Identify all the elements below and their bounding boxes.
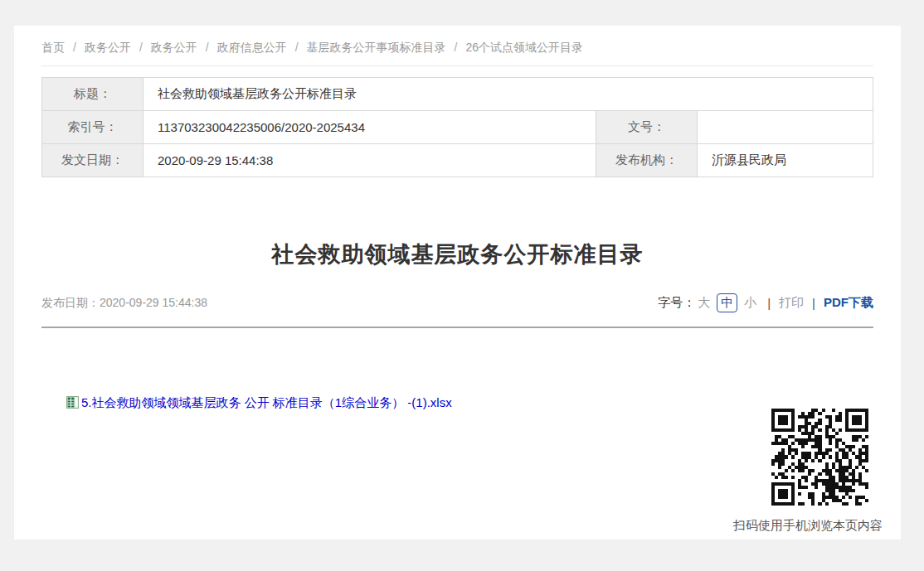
- attachment-link[interactable]: 5.社会救助领域领域基层政务 公开 标准目录（1综合业务） -(1).xlsx: [81, 395, 452, 409]
- table-row: 标题： 社会救助领域基层政务公开标准目录: [42, 78, 873, 111]
- meta-docnum-value: [698, 111, 873, 144]
- document-meta-table: 标题： 社会救助领域基层政务公开标准目录 索引号： 11370323004223…: [41, 77, 873, 177]
- info-bar: 发布日期：2020-09-29 15:44:38 字号： 大 中 小 | 打印 …: [41, 293, 873, 312]
- table-row: 发文日期： 2020-09-29 15:44:38 发布机构： 沂源县民政局: [42, 144, 873, 177]
- page-title: 社会救助领域基层政务公开标准目录: [41, 240, 873, 269]
- fontsize-label: 字号：: [658, 295, 695, 311]
- fontsize-small-button[interactable]: 小: [744, 295, 756, 311]
- meta-title-label: 标题：: [42, 78, 143, 111]
- fontsize-large-button[interactable]: 大: [698, 295, 710, 311]
- breadcrumb-zwgk-2[interactable]: 政务公开: [151, 41, 197, 54]
- qr-code: [771, 408, 868, 506]
- qr-caption: 扫码使用手机浏览本页内容: [707, 518, 883, 534]
- toolbar-divider: |: [812, 296, 815, 310]
- breadcrumb-separator: /: [139, 41, 143, 54]
- qr-block: 扫码使用手机浏览本页内容: [707, 408, 883, 534]
- breadcrumb-pilot-catalog[interactable]: 26个试点领域公开目录: [465, 41, 583, 54]
- meta-docnum-label: 文号：: [596, 111, 698, 144]
- content-divider: [41, 327, 873, 328]
- content-card: 首页/政务公开/政务公开/政府信息公开/基层政务公开事项标准目录/26个试点领域…: [14, 26, 901, 540]
- excel-file-icon: [66, 396, 79, 413]
- meta-agency-label: 发布机构：: [596, 144, 698, 177]
- breadcrumb-separator: /: [206, 41, 209, 54]
- breadcrumb-standard-catalog[interactable]: 基层政务公开事项标准目录: [307, 41, 446, 54]
- toolbar: 字号： 大 中 小 | 打印 | PDF下载: [658, 293, 873, 312]
- breadcrumb-separator: /: [295, 41, 299, 54]
- meta-title-value: 社会救助领域基层政务公开标准目录: [143, 78, 873, 111]
- print-button[interactable]: 打印: [779, 295, 804, 311]
- fontsize-medium-button[interactable]: 中: [717, 293, 737, 312]
- breadcrumb: 首页/政务公开/政务公开/政府信息公开/基层政务公开事项标准目录/26个试点领域…: [41, 26, 873, 66]
- publish-date: 发布日期：2020-09-29 15:44:38: [41, 296, 207, 311]
- breadcrumb-separator: /: [455, 41, 458, 54]
- meta-date-label: 发文日期：: [42, 144, 143, 177]
- pdf-download-button[interactable]: PDF下载: [824, 295, 873, 311]
- meta-date-value: 2020-09-29 15:44:38: [143, 144, 596, 177]
- breadcrumb-info-disclosure[interactable]: 政府信息公开: [217, 41, 287, 54]
- meta-index-label: 索引号：: [42, 111, 143, 144]
- table-row: 索引号： 113703230042235006/2020-2025434 文号：: [42, 111, 873, 144]
- breadcrumb-home[interactable]: 首页: [41, 41, 65, 54]
- meta-index-value: 113703230042235006/2020-2025434: [143, 111, 596, 144]
- breadcrumb-zwgk-1[interactable]: 政务公开: [85, 41, 131, 54]
- meta-agency-value: 沂源县民政局: [698, 144, 873, 177]
- toolbar-divider: |: [767, 296, 771, 310]
- breadcrumb-separator: /: [73, 41, 76, 54]
